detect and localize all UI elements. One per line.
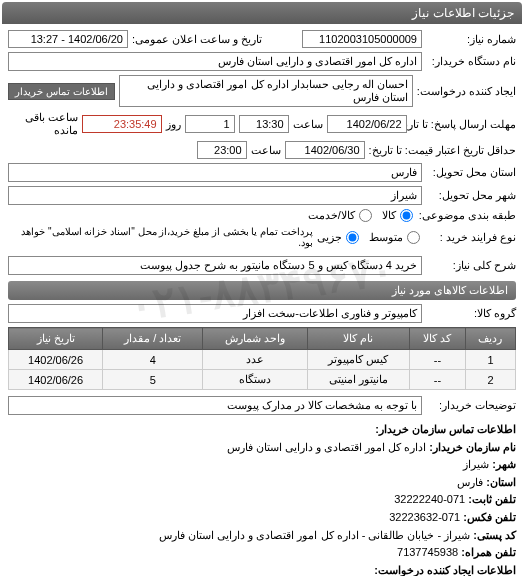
deadline-time-field: 13:30: [239, 115, 289, 133]
deadline-label: مهلت ارسال پاسخ: تا تاریخ:: [411, 118, 516, 131]
table-header: واحد شمارش: [203, 328, 308, 350]
days-remaining-field: 1: [185, 115, 235, 133]
city-field: شیراز: [8, 186, 422, 205]
table-cell: 4: [103, 350, 203, 370]
org-label: نام سازمان خریدار:: [429, 441, 516, 453]
goods-table: ردیفکد کالانام کالاواحد شمارشتعداد / مقد…: [8, 327, 516, 390]
city-label: شهر محل تحویل:: [426, 189, 516, 202]
pay-type-label: نوع فرایند خرید :: [426, 231, 516, 244]
table-cell: 5: [103, 370, 203, 390]
c-province-value: فارس: [457, 476, 483, 488]
buyer-label: نام دستگاه خریدار:: [426, 55, 516, 68]
group-label: گروه کالا:: [426, 307, 516, 320]
c-province-label: استان:: [486, 476, 516, 488]
table-row: 2--مانیتور امنیتیدستگاه51402/06/26: [9, 370, 516, 390]
buyer-note-label: توضیحات خریدار:: [426, 399, 516, 412]
creator-section-title: اطلاعات ایجاد کننده درخواست:: [374, 564, 516, 576]
address-value: شیراز - خیابان طالقانی - اداره کل امور ا…: [159, 529, 470, 541]
table-cell: 1402/06/26: [9, 350, 103, 370]
contact-section-title: اطلاعات تماس سازمان خریدار:: [375, 423, 516, 435]
table-cell: مانیتور امنیتی: [308, 370, 410, 390]
table-header: تعداد / مقدار: [103, 328, 203, 350]
table-header: نام کالا: [308, 328, 410, 350]
province-field: فارس: [8, 163, 422, 182]
postal-label: تلفن همراه:: [461, 546, 516, 558]
radio-medium[interactable]: متوسط: [369, 231, 422, 244]
org-value: اداره کل امور اقتصادی و دارایی استان فار…: [227, 441, 426, 453]
remaining-label: ساعت باقی مانده: [8, 111, 78, 137]
time-label-1: ساعت: [293, 118, 323, 131]
phone-value: 071-32222240: [394, 493, 465, 505]
group-type-radios: کالا کالا/خدمت: [308, 209, 415, 222]
day-label: روز: [166, 118, 181, 131]
table-header: کد کالا: [409, 328, 465, 350]
goods-section-title: اطلاعات کالاهای مورد نیاز: [8, 281, 516, 300]
countdown-timer: 23:35:49: [82, 115, 162, 133]
c-city-label: شهر:: [492, 458, 516, 470]
table-cell: عدد: [203, 350, 308, 370]
table-cell: 1402/06/26: [9, 370, 103, 390]
number-field: 1102003105000009: [302, 30, 422, 48]
table-cell: --: [409, 350, 465, 370]
group-type-label: طبقه بندی موضوعی:: [419, 209, 516, 222]
group-field: کامپیوتر و فناوری اطلاعات-سخت افزار: [8, 304, 422, 323]
table-header: تاریخ نیاز: [9, 328, 103, 350]
deadline-date-field: 1402/06/22: [327, 115, 407, 133]
public-datetime-label: تاریخ و ساعت اعلان عمومی:: [132, 33, 262, 46]
table-row: 1--کیس کامپیوترعدد41402/06/26: [9, 350, 516, 370]
table-header: ردیف: [465, 328, 515, 350]
table-cell: 1: [465, 350, 515, 370]
fax-value: 071-32223632: [389, 511, 460, 523]
table-cell: 2: [465, 370, 515, 390]
address-label: کد پستی:: [473, 529, 516, 541]
fax-label: تلفن فکس:: [463, 511, 516, 523]
valid-date-field: 1402/06/30: [285, 141, 365, 159]
radio-partial[interactable]: جزیی: [317, 231, 361, 244]
desc-field: خرید 4 دستگاه کیس و 5 دستگاه مانیتور به …: [8, 256, 422, 275]
c-city-value: شیراز: [463, 458, 489, 470]
table-cell: کیس کامپیوتر: [308, 350, 410, 370]
phone-label: تلفن ثابت:: [468, 493, 516, 505]
public-datetime-field: 1402/06/20 - 13:27: [8, 30, 128, 48]
postal-value: 7137745938: [397, 546, 458, 558]
pay-type-radios: متوسط جزیی: [317, 231, 422, 244]
table-cell: --: [409, 370, 465, 390]
radio-goods[interactable]: کالا: [382, 209, 415, 222]
time-label-2: ساعت: [251, 144, 281, 157]
window-title: جزئیات اطلاعات نیاز: [2, 2, 522, 24]
valid-time-field: 23:00: [197, 141, 247, 159]
province-label: استان محل تحویل:: [426, 166, 516, 179]
contact-link-button[interactable]: اطلاعات تماس خریدار: [8, 83, 115, 100]
requester-label: ایجاد کننده درخواست:: [417, 85, 516, 98]
buyer-note-field: با توجه به مشخصات کالا در مدارک پیوست: [8, 396, 422, 415]
valid-label: حداقل تاریخ اعتبار قیمت: تا تاریخ:: [369, 144, 516, 157]
table-cell: دستگاه: [203, 370, 308, 390]
number-label: شماره نیاز:: [426, 33, 516, 46]
radio-service[interactable]: کالا/خدمت: [308, 209, 374, 222]
desc-label: شرح کلی نیاز:: [426, 259, 516, 272]
pay-note: پرداخت تمام یا بخشی از مبلغ خرید،از محل …: [8, 226, 313, 248]
buyer-field: اداره کل امور اقتصادی و دارایی استان فار…: [8, 52, 422, 71]
requester-field: احسان اله رجایی حسابدار اداره کل امور اق…: [119, 75, 413, 107]
